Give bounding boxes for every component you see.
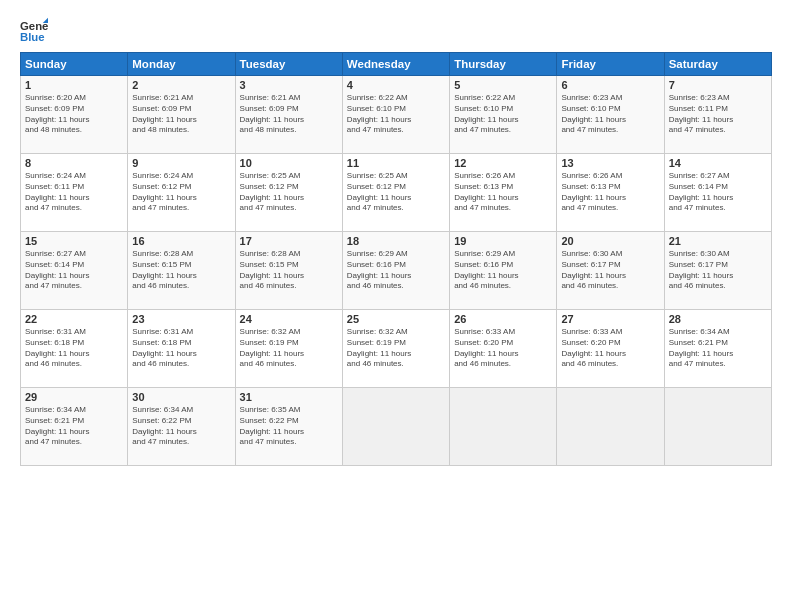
day-number: 3 bbox=[240, 79, 338, 91]
week-row-3: 15Sunrise: 6:27 AM Sunset: 6:14 PM Dayli… bbox=[21, 232, 772, 310]
header: General Blue bbox=[20, 16, 772, 44]
day-number: 4 bbox=[347, 79, 445, 91]
day-info: Sunrise: 6:31 AM Sunset: 6:18 PM Dayligh… bbox=[25, 327, 123, 370]
day-number: 1 bbox=[25, 79, 123, 91]
cal-cell: 17Sunrise: 6:28 AM Sunset: 6:15 PM Dayli… bbox=[235, 232, 342, 310]
cal-cell: 10Sunrise: 6:25 AM Sunset: 6:12 PM Dayli… bbox=[235, 154, 342, 232]
day-number: 25 bbox=[347, 313, 445, 325]
cal-cell: 13Sunrise: 6:26 AM Sunset: 6:13 PM Dayli… bbox=[557, 154, 664, 232]
header-day-sunday: Sunday bbox=[21, 53, 128, 76]
day-info: Sunrise: 6:32 AM Sunset: 6:19 PM Dayligh… bbox=[347, 327, 445, 370]
cal-cell: 1Sunrise: 6:20 AM Sunset: 6:09 PM Daylig… bbox=[21, 76, 128, 154]
day-info: Sunrise: 6:20 AM Sunset: 6:09 PM Dayligh… bbox=[25, 93, 123, 136]
day-info: Sunrise: 6:28 AM Sunset: 6:15 PM Dayligh… bbox=[240, 249, 338, 292]
day-number: 10 bbox=[240, 157, 338, 169]
day-info: Sunrise: 6:29 AM Sunset: 6:16 PM Dayligh… bbox=[347, 249, 445, 292]
day-number: 19 bbox=[454, 235, 552, 247]
cal-cell: 30Sunrise: 6:34 AM Sunset: 6:22 PM Dayli… bbox=[128, 388, 235, 466]
svg-text:Blue: Blue bbox=[20, 31, 45, 43]
day-info: Sunrise: 6:22 AM Sunset: 6:10 PM Dayligh… bbox=[347, 93, 445, 136]
day-number: 16 bbox=[132, 235, 230, 247]
cal-cell: 31Sunrise: 6:35 AM Sunset: 6:22 PM Dayli… bbox=[235, 388, 342, 466]
day-number: 7 bbox=[669, 79, 767, 91]
day-info: Sunrise: 6:23 AM Sunset: 6:10 PM Dayligh… bbox=[561, 93, 659, 136]
cal-cell: 15Sunrise: 6:27 AM Sunset: 6:14 PM Dayli… bbox=[21, 232, 128, 310]
day-number: 29 bbox=[25, 391, 123, 403]
cal-cell: 29Sunrise: 6:34 AM Sunset: 6:21 PM Dayli… bbox=[21, 388, 128, 466]
cal-cell: 26Sunrise: 6:33 AM Sunset: 6:20 PM Dayli… bbox=[450, 310, 557, 388]
day-number: 23 bbox=[132, 313, 230, 325]
day-number: 26 bbox=[454, 313, 552, 325]
cal-cell: 6Sunrise: 6:23 AM Sunset: 6:10 PM Daylig… bbox=[557, 76, 664, 154]
day-number: 2 bbox=[132, 79, 230, 91]
cal-cell: 20Sunrise: 6:30 AM Sunset: 6:17 PM Dayli… bbox=[557, 232, 664, 310]
cal-cell: 3Sunrise: 6:21 AM Sunset: 6:09 PM Daylig… bbox=[235, 76, 342, 154]
cal-cell: 27Sunrise: 6:33 AM Sunset: 6:20 PM Dayli… bbox=[557, 310, 664, 388]
day-info: Sunrise: 6:29 AM Sunset: 6:16 PM Dayligh… bbox=[454, 249, 552, 292]
day-info: Sunrise: 6:34 AM Sunset: 6:22 PM Dayligh… bbox=[132, 405, 230, 448]
day-number: 12 bbox=[454, 157, 552, 169]
day-number: 22 bbox=[25, 313, 123, 325]
day-number: 6 bbox=[561, 79, 659, 91]
day-info: Sunrise: 6:22 AM Sunset: 6:10 PM Dayligh… bbox=[454, 93, 552, 136]
day-number: 21 bbox=[669, 235, 767, 247]
day-number: 13 bbox=[561, 157, 659, 169]
calendar-table: SundayMondayTuesdayWednesdayThursdayFrid… bbox=[20, 52, 772, 466]
day-info: Sunrise: 6:34 AM Sunset: 6:21 PM Dayligh… bbox=[669, 327, 767, 370]
day-number: 30 bbox=[132, 391, 230, 403]
header-day-thursday: Thursday bbox=[450, 53, 557, 76]
cal-cell: 21Sunrise: 6:30 AM Sunset: 6:17 PM Dayli… bbox=[664, 232, 771, 310]
page: General Blue SundayMondayTuesdayWednesda… bbox=[0, 0, 792, 612]
day-info: Sunrise: 6:26 AM Sunset: 6:13 PM Dayligh… bbox=[561, 171, 659, 214]
cal-cell bbox=[557, 388, 664, 466]
day-info: Sunrise: 6:30 AM Sunset: 6:17 PM Dayligh… bbox=[561, 249, 659, 292]
day-info: Sunrise: 6:28 AM Sunset: 6:15 PM Dayligh… bbox=[132, 249, 230, 292]
day-number: 9 bbox=[132, 157, 230, 169]
header-day-wednesday: Wednesday bbox=[342, 53, 449, 76]
cal-cell bbox=[450, 388, 557, 466]
cal-cell: 22Sunrise: 6:31 AM Sunset: 6:18 PM Dayli… bbox=[21, 310, 128, 388]
cal-cell: 19Sunrise: 6:29 AM Sunset: 6:16 PM Dayli… bbox=[450, 232, 557, 310]
day-number: 5 bbox=[454, 79, 552, 91]
cal-cell: 23Sunrise: 6:31 AM Sunset: 6:18 PM Dayli… bbox=[128, 310, 235, 388]
week-row-5: 29Sunrise: 6:34 AM Sunset: 6:21 PM Dayli… bbox=[21, 388, 772, 466]
day-info: Sunrise: 6:30 AM Sunset: 6:17 PM Dayligh… bbox=[669, 249, 767, 292]
cal-cell: 5Sunrise: 6:22 AM Sunset: 6:10 PM Daylig… bbox=[450, 76, 557, 154]
day-number: 17 bbox=[240, 235, 338, 247]
day-info: Sunrise: 6:31 AM Sunset: 6:18 PM Dayligh… bbox=[132, 327, 230, 370]
cal-cell: 16Sunrise: 6:28 AM Sunset: 6:15 PM Dayli… bbox=[128, 232, 235, 310]
day-info: Sunrise: 6:32 AM Sunset: 6:19 PM Dayligh… bbox=[240, 327, 338, 370]
day-number: 8 bbox=[25, 157, 123, 169]
cal-cell: 14Sunrise: 6:27 AM Sunset: 6:14 PM Dayli… bbox=[664, 154, 771, 232]
cal-cell: 25Sunrise: 6:32 AM Sunset: 6:19 PM Dayli… bbox=[342, 310, 449, 388]
day-info: Sunrise: 6:27 AM Sunset: 6:14 PM Dayligh… bbox=[25, 249, 123, 292]
cal-cell: 8Sunrise: 6:24 AM Sunset: 6:11 PM Daylig… bbox=[21, 154, 128, 232]
day-info: Sunrise: 6:35 AM Sunset: 6:22 PM Dayligh… bbox=[240, 405, 338, 448]
day-info: Sunrise: 6:25 AM Sunset: 6:12 PM Dayligh… bbox=[347, 171, 445, 214]
cal-cell: 11Sunrise: 6:25 AM Sunset: 6:12 PM Dayli… bbox=[342, 154, 449, 232]
cal-cell: 24Sunrise: 6:32 AM Sunset: 6:19 PM Dayli… bbox=[235, 310, 342, 388]
day-info: Sunrise: 6:21 AM Sunset: 6:09 PM Dayligh… bbox=[240, 93, 338, 136]
cal-cell: 2Sunrise: 6:21 AM Sunset: 6:09 PM Daylig… bbox=[128, 76, 235, 154]
day-info: Sunrise: 6:24 AM Sunset: 6:11 PM Dayligh… bbox=[25, 171, 123, 214]
week-row-1: 1Sunrise: 6:20 AM Sunset: 6:09 PM Daylig… bbox=[21, 76, 772, 154]
header-day-monday: Monday bbox=[128, 53, 235, 76]
day-number: 15 bbox=[25, 235, 123, 247]
day-number: 11 bbox=[347, 157, 445, 169]
cal-cell: 9Sunrise: 6:24 AM Sunset: 6:12 PM Daylig… bbox=[128, 154, 235, 232]
day-number: 20 bbox=[561, 235, 659, 247]
cal-cell: 12Sunrise: 6:26 AM Sunset: 6:13 PM Dayli… bbox=[450, 154, 557, 232]
header-day-friday: Friday bbox=[557, 53, 664, 76]
week-row-4: 22Sunrise: 6:31 AM Sunset: 6:18 PM Dayli… bbox=[21, 310, 772, 388]
day-info: Sunrise: 6:24 AM Sunset: 6:12 PM Dayligh… bbox=[132, 171, 230, 214]
day-number: 28 bbox=[669, 313, 767, 325]
day-info: Sunrise: 6:23 AM Sunset: 6:11 PM Dayligh… bbox=[669, 93, 767, 136]
cal-cell bbox=[342, 388, 449, 466]
cal-cell: 7Sunrise: 6:23 AM Sunset: 6:11 PM Daylig… bbox=[664, 76, 771, 154]
cal-cell: 4Sunrise: 6:22 AM Sunset: 6:10 PM Daylig… bbox=[342, 76, 449, 154]
header-row: SundayMondayTuesdayWednesdayThursdayFrid… bbox=[21, 53, 772, 76]
day-number: 14 bbox=[669, 157, 767, 169]
day-info: Sunrise: 6:26 AM Sunset: 6:13 PM Dayligh… bbox=[454, 171, 552, 214]
day-info: Sunrise: 6:21 AM Sunset: 6:09 PM Dayligh… bbox=[132, 93, 230, 136]
day-info: Sunrise: 6:33 AM Sunset: 6:20 PM Dayligh… bbox=[561, 327, 659, 370]
